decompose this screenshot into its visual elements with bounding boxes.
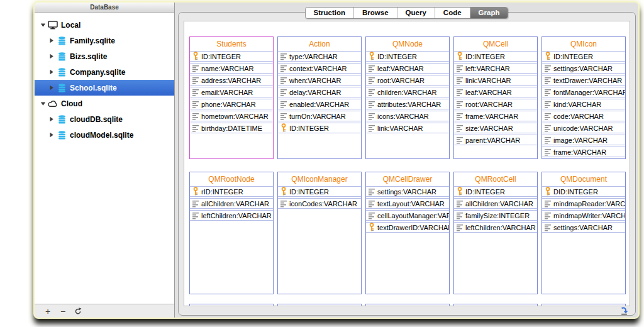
table-card-qmdocument[interactable]: QMDocumentDID:INTEGERmindmapReader:VARCH… — [541, 172, 626, 294]
tab-browse[interactable]: Browse — [354, 8, 397, 18]
table-name[interactable]: QMRootCell — [454, 172, 537, 186]
table-card-qmcell[interactable]: QMCellID:INTEGERleft:VARCHARlink:VARCHAR… — [453, 36, 538, 159]
sidebar-item-cloudmodel-sqlite[interactable]: cloudModel.sqlite — [35, 127, 174, 143]
field-row[interactable]: frame:VARCHAR — [542, 147, 625, 157]
sidebar-item-bizs-sqlite[interactable]: Bizs.sqlite — [35, 48, 174, 64]
triangle-down-icon[interactable] — [39, 23, 47, 28]
field-row[interactable]: phone:VARCHAR — [190, 99, 273, 109]
field-row[interactable]: leftChildren:VARCHAR — [454, 222, 537, 233]
field-row[interactable]: size:VARCHAR — [454, 123, 537, 133]
field-row[interactable]: root:VARCHAR — [366, 75, 449, 86]
table-card-qmicon[interactable]: QMIconID:INTEGERsettings:VARCHARtextDraw… — [541, 36, 626, 159]
field-row[interactable]: ID:INTEGER — [190, 51, 273, 62]
table-card-action[interactable]: Actiontype:VARCHARcontext:VARCHARwhen:VA… — [277, 36, 362, 159]
field-row[interactable]: link:VARCHAR — [366, 123, 449, 133]
field-row[interactable]: leaf:VARCHAR — [454, 87, 537, 97]
field-row[interactable]: settings:VARCHAR — [542, 63, 625, 74]
sidebar-item-local[interactable]: Local — [35, 17, 174, 33]
field-row[interactable]: ID:INTEGER — [278, 186, 361, 197]
field-row[interactable]: when:VARCHAR — [278, 75, 361, 86]
field-row[interactable]: frame:VARCHAR — [454, 111, 537, 121]
field-row[interactable]: code:VARCHAR — [542, 111, 625, 121]
table-name[interactable]: QMIcon — [542, 37, 625, 51]
field-row[interactable]: ID:INTEGER — [278, 123, 361, 133]
table-name[interactable]: QMIconManager — [278, 172, 361, 186]
field-row[interactable]: birthday:DATETIME — [190, 123, 273, 133]
field-row[interactable]: ID:INTEGER — [454, 186, 537, 197]
sidebar-item-school-sqlite[interactable]: School.sqlite — [35, 80, 174, 96]
table-card-partial[interactable] — [541, 304, 626, 306]
field-row[interactable]: ID:INTEGER — [542, 51, 625, 62]
field-row[interactable]: email:VARCHAR — [190, 87, 273, 97]
field-row[interactable]: fontManager:VARCHAR — [542, 87, 625, 97]
field-row[interactable]: mindmapReader:VARCHAR — [542, 198, 625, 209]
sidebar-item-clouddb-sqlite[interactable]: cloudDB.sqlite — [35, 111, 174, 127]
export-icon[interactable] — [619, 307, 629, 315]
field-row[interactable]: unicode:VARCHAR — [542, 123, 625, 133]
field-row[interactable]: cellLayoutManager:VARCHAR — [366, 210, 449, 221]
refresh-button[interactable] — [70, 308, 86, 315]
remove-button[interactable]: − — [55, 305, 70, 318]
table-card-partial[interactable] — [365, 304, 450, 306]
field-row[interactable]: link:VARCHAR — [454, 75, 537, 86]
triangle-right-icon[interactable] — [48, 53, 55, 59]
field-row[interactable]: root:VARCHAR — [454, 99, 537, 109]
field-row[interactable]: allChildren:VARCHAR — [190, 198, 273, 209]
field-row[interactable]: mindmapWriter:VARCHAR — [542, 210, 625, 221]
triangle-right-icon[interactable] — [48, 116, 55, 122]
table-card-qmcelldrawer[interactable]: QMCellDrawersettings:VARCHARtextLayout:V… — [365, 172, 450, 294]
field-row[interactable]: image:VARCHAR — [542, 135, 625, 145]
field-row[interactable]: parent:VARCHAR — [454, 135, 537, 145]
table-name[interactable]: Students — [190, 37, 273, 51]
table-name[interactable]: QMRootNode — [190, 172, 273, 186]
triangle-right-icon[interactable] — [48, 69, 55, 75]
triangle-right-icon[interactable] — [48, 132, 55, 138]
field-row[interactable]: rID:INTEGER — [190, 186, 273, 197]
field-row[interactable]: DID:INTEGER — [542, 186, 625, 197]
table-name[interactable]: QMNode — [366, 37, 449, 51]
field-row[interactable]: name:VARCHAR — [190, 63, 273, 74]
table-name[interactable]: QMCell — [454, 37, 537, 51]
field-row[interactable]: leftChildren:VARCHAR — [190, 210, 273, 221]
sidebar-item-cloud[interactable]: Cloud — [35, 96, 174, 111]
sidebar-item-company-sqlite[interactable]: Company.sqlite — [35, 64, 174, 80]
field-row[interactable]: ID:INTEGER — [454, 51, 537, 62]
field-row[interactable]: leaf:VARCHAR — [366, 63, 449, 74]
table-card-qmiconmanager[interactable]: QMIconManagerID:INTEGERiconCodes:VARCHAR — [277, 172, 362, 294]
field-row[interactable]: textDrawer:VARCHAR — [542, 75, 625, 86]
table-card-partial[interactable] — [277, 304, 362, 306]
field-row[interactable]: familySize:INTEGER — [454, 210, 537, 221]
table-card-students[interactable]: StudentsID:INTEGERname:VARCHARaddress:VA… — [189, 36, 274, 159]
tab-graph[interactable]: Graph — [470, 8, 508, 18]
field-row[interactable]: delay:VARCHAR — [278, 87, 361, 97]
triangle-right-icon[interactable] — [48, 85, 55, 91]
field-row[interactable]: attributes:VARCHAR — [366, 99, 449, 109]
tab-struction[interactable]: Struction — [306, 8, 354, 18]
table-card-partial[interactable] — [189, 304, 274, 306]
field-row[interactable]: textLayout:VARCHAR — [366, 198, 449, 209]
field-row[interactable]: enabled:VARCHAR — [278, 99, 361, 109]
triangle-right-icon[interactable] — [48, 38, 55, 43]
field-row[interactable]: left:VARCHAR — [454, 63, 537, 74]
table-card-qmrootcell[interactable]: QMRootCellID:INTEGERallChildren:VARCHARf… — [453, 172, 538, 294]
field-row[interactable]: iconCodes:VARCHAR — [278, 198, 361, 209]
table-name[interactable]: QMDocument — [542, 172, 625, 186]
field-row[interactable]: address:VARCHAR — [190, 75, 273, 86]
field-row[interactable]: allChildren:VARCHAR — [454, 198, 537, 209]
field-row[interactable]: type:VARCHAR — [278, 51, 361, 62]
triangle-down-icon[interactable] — [39, 101, 47, 106]
table-card-qmrootnode[interactable]: QMRootNoderID:INTEGERallChildren:VARCHAR… — [189, 172, 274, 294]
field-row[interactable]: hometown:VARCHAR — [190, 111, 273, 121]
tab-code[interactable]: Code — [435, 8, 470, 18]
table-card-qmnode[interactable]: QMNodeID:INTEGERleaf:VARCHARroot:VARCHAR… — [365, 36, 450, 159]
field-row[interactable]: settings:VARCHAR — [366, 186, 449, 197]
add-button[interactable]: + — [40, 305, 55, 318]
field-row[interactable]: ID:INTEGER — [366, 51, 449, 62]
sidebar-item-family-sqlite[interactable]: Family.sqlite — [35, 33, 174, 48]
field-row[interactable]: turnOn:VARCHAR — [278, 111, 361, 121]
field-row[interactable]: settings:VARCHAR — [542, 222, 625, 233]
field-row[interactable]: children:VARCHAR — [366, 87, 449, 97]
table-card-partial[interactable] — [453, 304, 538, 306]
field-row[interactable]: textDrawerID:VARCHAR — [366, 222, 449, 233]
field-row[interactable]: kind:VARCHAR — [542, 99, 625, 109]
